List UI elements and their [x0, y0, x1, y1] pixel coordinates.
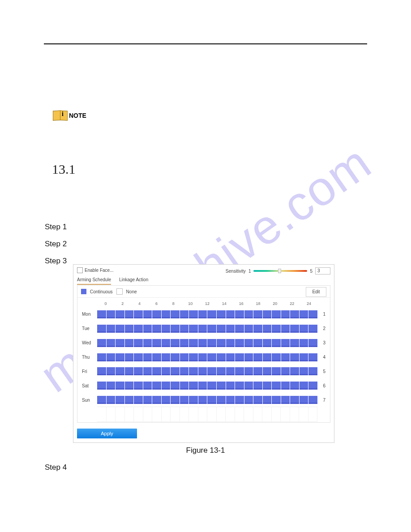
schedule-cell[interactable] — [189, 353, 198, 361]
schedule-cell[interactable] — [300, 339, 308, 347]
schedule-cell[interactable] — [116, 396, 124, 404]
schedule-cell[interactable] — [281, 339, 290, 347]
schedule-cell[interactable] — [226, 382, 235, 390]
schedule-cell[interactable] — [152, 310, 161, 318]
schedule-cell[interactable] — [162, 396, 171, 404]
schedule-cell[interactable] — [134, 339, 143, 347]
schedule-cell[interactable] — [107, 339, 116, 347]
schedule-cell[interactable] — [272, 310, 281, 318]
schedule-cell[interactable] — [308, 353, 317, 361]
schedule-cell[interactable] — [263, 325, 272, 333]
schedule-cell[interactable] — [253, 325, 262, 333]
schedule-cell[interactable] — [272, 382, 281, 390]
schedule-cell[interactable] — [107, 396, 116, 404]
schedule-cell[interactable] — [300, 325, 308, 333]
schedule-cell[interactable] — [217, 396, 226, 404]
schedule-cell[interactable] — [217, 310, 226, 318]
schedule-cell[interactable] — [152, 353, 161, 361]
schedule-cell[interactable] — [143, 325, 152, 333]
schedule-cell[interactable] — [125, 310, 134, 318]
schedule-cell[interactable] — [125, 367, 134, 375]
schedule-cell[interactable] — [152, 382, 161, 390]
schedule-cell[interactable] — [244, 396, 253, 404]
schedule-cell[interactable] — [244, 353, 253, 361]
schedule-cell[interactable] — [180, 382, 189, 390]
schedule-cell[interactable] — [116, 339, 124, 347]
schedule-cell[interactable] — [207, 382, 216, 390]
schedule-cell[interactable] — [97, 353, 106, 361]
schedule-bar[interactable] — [97, 353, 317, 361]
schedule-cell[interactable] — [107, 353, 116, 361]
schedule-cell[interactable] — [180, 396, 189, 404]
schedule-cell[interactable] — [235, 396, 244, 404]
schedule-cell[interactable] — [171, 310, 180, 318]
schedule-cell[interactable] — [308, 396, 317, 404]
schedule-cell[interactable] — [152, 325, 161, 333]
schedule-cell[interactable] — [290, 353, 299, 361]
schedule-cell[interactable] — [116, 325, 124, 333]
schedule-cell[interactable] — [180, 367, 189, 375]
schedule-cell[interactable] — [300, 310, 308, 318]
schedule-cell[interactable] — [143, 353, 152, 361]
schedule-cell[interactable] — [244, 382, 253, 390]
schedule-cell[interactable] — [189, 396, 198, 404]
schedule-cell[interactable] — [226, 325, 235, 333]
schedule-cell[interactable] — [281, 382, 290, 390]
schedule-cell[interactable] — [207, 310, 216, 318]
schedule-cell[interactable] — [300, 367, 308, 375]
schedule-cell[interactable] — [116, 382, 124, 390]
schedule-cell[interactable] — [97, 396, 106, 404]
schedule-cell[interactable] — [207, 353, 216, 361]
schedule-cell[interactable] — [171, 339, 180, 347]
schedule-cell[interactable] — [143, 339, 152, 347]
schedule-cell[interactable] — [308, 310, 317, 318]
schedule-cell[interactable] — [235, 382, 244, 390]
schedule-bar[interactable] — [97, 382, 317, 390]
enable-face-checkbox[interactable] — [77, 267, 83, 273]
schedule-cell[interactable] — [263, 382, 272, 390]
schedule-cell[interactable] — [217, 382, 226, 390]
schedule-cell[interactable] — [134, 396, 143, 404]
schedule-cell[interactable] — [171, 325, 180, 333]
schedule-cell[interactable] — [226, 396, 235, 404]
schedule-cell[interactable] — [281, 367, 290, 375]
schedule-cell[interactable] — [263, 353, 272, 361]
schedule-cell[interactable] — [263, 339, 272, 347]
schedule-cell[interactable] — [253, 310, 262, 318]
schedule-cell[interactable] — [244, 339, 253, 347]
schedule-cell[interactable] — [171, 353, 180, 361]
schedule-cell[interactable] — [272, 396, 281, 404]
schedule-cell[interactable] — [308, 367, 317, 375]
schedule-cell[interactable] — [180, 353, 189, 361]
schedule-cell[interactable] — [207, 396, 216, 404]
schedule-cell[interactable] — [116, 367, 124, 375]
schedule-cell[interactable] — [143, 382, 152, 390]
schedule-cell[interactable] — [263, 367, 272, 375]
schedule-cell[interactable] — [162, 310, 171, 318]
schedule-cell[interactable] — [198, 353, 207, 361]
schedule-cell[interactable] — [244, 310, 253, 318]
apply-button[interactable]: Apply — [77, 429, 137, 438]
schedule-cell[interactable] — [263, 310, 272, 318]
schedule-cell[interactable] — [143, 310, 152, 318]
schedule-cell[interactable] — [207, 339, 216, 347]
schedule-cell[interactable] — [281, 353, 290, 361]
schedule-cell[interactable] — [253, 396, 262, 404]
schedule-cell[interactable] — [125, 325, 134, 333]
schedule-cell[interactable] — [207, 367, 216, 375]
schedule-cell[interactable] — [207, 325, 216, 333]
schedule-cell[interactable] — [235, 339, 244, 347]
schedule-bar[interactable] — [97, 367, 317, 375]
schedule-cell[interactable] — [290, 310, 299, 318]
schedule-bar[interactable] — [97, 396, 317, 404]
schedule-cell[interactable] — [272, 325, 281, 333]
schedule-cell[interactable] — [97, 310, 106, 318]
schedule-cell[interactable] — [97, 339, 106, 347]
schedule-cell[interactable] — [180, 339, 189, 347]
schedule-cell[interactable] — [107, 325, 116, 333]
schedule-cell[interactable] — [217, 367, 226, 375]
schedule-cell[interactable] — [198, 367, 207, 375]
schedule-cell[interactable] — [162, 339, 171, 347]
schedule-cell[interactable] — [272, 339, 281, 347]
schedule-cell[interactable] — [162, 325, 171, 333]
